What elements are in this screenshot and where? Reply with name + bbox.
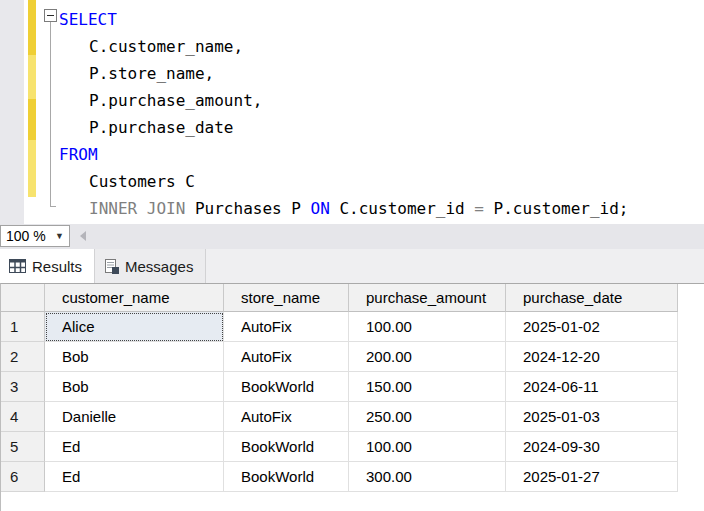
code-token: P.customer_id;	[494, 199, 629, 218]
row-number-cell[interactable]: 4	[1, 402, 45, 432]
code-token: FROM	[59, 145, 98, 164]
grid-cell[interactable]: 150.00	[349, 372, 506, 402]
code-token: P.purchase_amount,	[89, 91, 262, 110]
grid-cell[interactable]: 250.00	[349, 402, 506, 432]
grid-cell[interactable]: 100.00	[349, 432, 506, 462]
code-line: P.purchase_date	[0, 114, 704, 141]
row-number-cell[interactable]: 6	[1, 462, 45, 492]
code-token: SELECT	[59, 10, 117, 29]
table-row: 1AliceAutoFix100.002025-01-02	[1, 312, 704, 342]
zoom-level-value: 100 %	[1, 228, 53, 244]
ssms-query-window: SELECTC.customer_name,P.store_name,P.pur…	[0, 0, 704, 511]
column-header-customer_name[interactable]: customer_name	[45, 284, 224, 312]
code-line: SELECT	[0, 6, 704, 33]
grid-cell[interactable]: Danielle	[45, 402, 224, 432]
code-line: INNER JOIN Purchases P ON C.customer_id …	[0, 195, 704, 222]
table-row: 6EdBookWorld300.002025-01-27	[1, 462, 704, 492]
results-grid-icon	[9, 259, 26, 273]
code-token: Customers C	[89, 172, 195, 191]
grid-cell[interactable]: 2024-09-30	[506, 432, 678, 462]
code-token: C.customer_name,	[89, 37, 243, 56]
row-number-cell[interactable]: 1	[1, 312, 45, 342]
messages-icon	[104, 259, 119, 274]
code-line: P.store_name,	[0, 60, 704, 87]
table-row: 4DanielleAutoFix250.002025-01-03	[1, 402, 704, 432]
grid-cell[interactable]: 2025-01-03	[506, 402, 678, 432]
tab-results[interactable]: Results	[0, 249, 95, 283]
code-line: C.customer_name,	[0, 33, 704, 60]
column-header-store_name[interactable]: store_name	[224, 284, 349, 312]
grid-cell[interactable]: 2025-01-27	[506, 462, 678, 492]
sql-editor[interactable]: SELECTC.customer_name,P.store_name,P.pur…	[0, 0, 704, 224]
row-number-cell[interactable]: 5	[1, 432, 45, 462]
code-token: Purchases P	[195, 199, 311, 218]
select-all-corner-cell[interactable]	[1, 284, 45, 312]
table-row: 3BobBookWorld150.002024-06-11	[1, 372, 704, 402]
row-number-cell[interactable]: 2	[1, 342, 45, 372]
grid-cell[interactable]: 2024-06-11	[506, 372, 678, 402]
grid-cell[interactable]: 100.00	[349, 312, 506, 342]
horizontal-scrollbar[interactable]	[70, 224, 704, 249]
grid-cell[interactable]: BookWorld	[224, 462, 349, 492]
column-header-purchase_date[interactable]: purchase_date	[506, 284, 678, 312]
grid-cell[interactable]: Bob	[45, 372, 224, 402]
grid-cell[interactable]: Alice	[45, 312, 224, 342]
code-token: C.customer_id	[339, 199, 474, 218]
editor-status-row: 100 % ▼	[0, 224, 704, 249]
results-pane-tabs: Results Messages	[0, 249, 704, 283]
table-row: 2BobAutoFix200.002024-12-20	[1, 342, 704, 372]
code-token: ON	[311, 199, 340, 218]
grid-cell[interactable]: BookWorld	[224, 432, 349, 462]
tab-messages[interactable]: Messages	[95, 249, 206, 283]
code-token: =	[474, 199, 493, 218]
sql-code[interactable]: SELECTC.customer_name,P.store_name,P.pur…	[0, 6, 704, 222]
row-number-cell[interactable]: 3	[1, 372, 45, 402]
code-token: P.store_name,	[89, 64, 214, 83]
grid-cell[interactable]: Ed	[45, 462, 224, 492]
results-grid[interactable]: customer_namestore_namepurchase_amountpu…	[0, 283, 704, 511]
grid-cell[interactable]: Ed	[45, 432, 224, 462]
grid-cell[interactable]: 2024-12-20	[506, 342, 678, 372]
grid-cell[interactable]: AutoFix	[224, 342, 349, 372]
code-token: INNER JOIN	[89, 199, 195, 218]
scroll-left-icon[interactable]	[80, 231, 86, 241]
code-token: P.purchase_date	[89, 118, 234, 137]
tab-results-label: Results	[32, 258, 94, 275]
zoom-level-select[interactable]: 100 % ▼	[0, 225, 70, 247]
table-row: 5EdBookWorld100.002024-09-30	[1, 432, 704, 462]
grid-cell[interactable]: BookWorld	[224, 372, 349, 402]
tab-messages-label: Messages	[125, 258, 205, 275]
grid-cell[interactable]: 2025-01-02	[506, 312, 678, 342]
grid-cell[interactable]: AutoFix	[224, 312, 349, 342]
code-line: Customers C	[0, 168, 704, 195]
grid-header-row: customer_namestore_namepurchase_amountpu…	[1, 284, 704, 312]
chevron-down-icon[interactable]: ▼	[53, 231, 69, 241]
grid-cell[interactable]: Bob	[45, 342, 224, 372]
grid-cell[interactable]: 200.00	[349, 342, 506, 372]
grid-cell[interactable]: 300.00	[349, 462, 506, 492]
grid-cell[interactable]: AutoFix	[224, 402, 349, 432]
code-line: FROM	[0, 141, 704, 168]
code-line: P.purchase_amount,	[0, 87, 704, 114]
column-header-purchase_amount[interactable]: purchase_amount	[349, 284, 506, 312]
